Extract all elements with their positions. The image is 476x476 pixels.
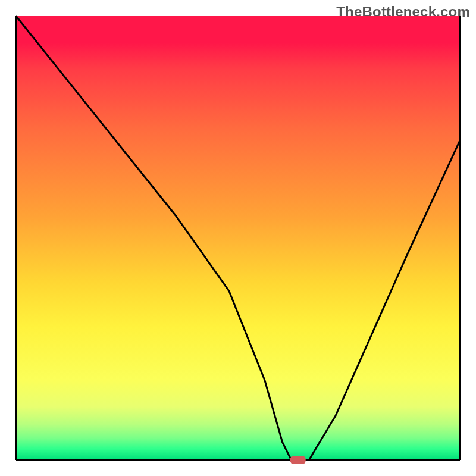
bottleneck-chart: TheBottleneck.com [0,0,476,476]
optimal-point-marker [290,456,306,464]
bottleneck-curve [16,16,460,460]
chart-svg [0,0,476,476]
